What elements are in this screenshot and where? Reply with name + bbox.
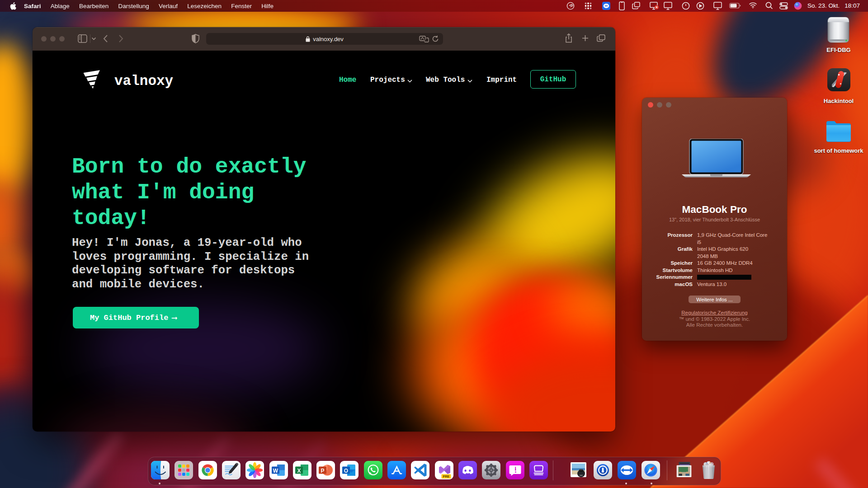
svg-text:X: X bbox=[297, 468, 301, 474]
svg-text:PRE: PRE bbox=[443, 475, 450, 478]
svg-text:P: P bbox=[321, 468, 324, 474]
svg-text:W: W bbox=[273, 468, 278, 474]
svg-text:O: O bbox=[344, 468, 348, 474]
